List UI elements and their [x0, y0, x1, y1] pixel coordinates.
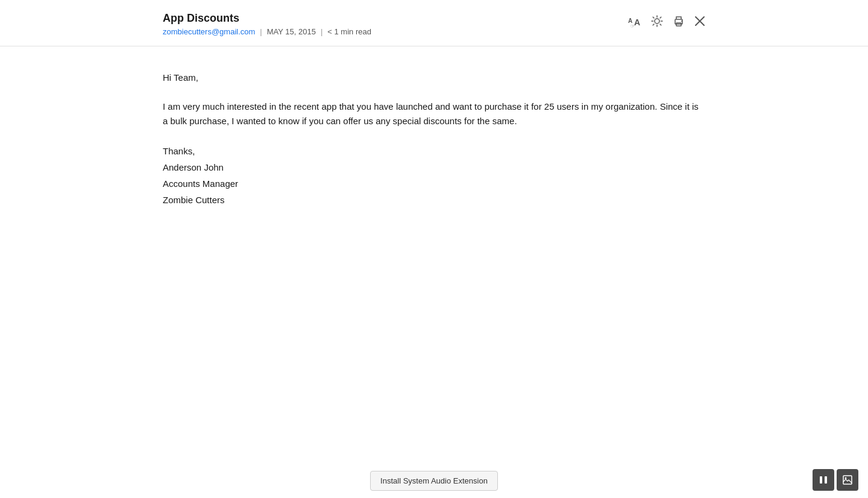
email-signature: Thanks, Anderson John Accounts Manager Z…	[163, 143, 705, 208]
print-icon[interactable]	[673, 15, 685, 27]
email-greeting: Hi Team,	[163, 71, 705, 85]
svg-text:A: A	[634, 17, 640, 27]
svg-point-20	[845, 478, 847, 479]
email-header-left: App Discounts zombiecutters@gmail.com | …	[163, 12, 371, 36]
email-container: App Discounts zombiecutters@gmail.com | …	[0, 0, 868, 498]
svg-line-10	[660, 17, 661, 18]
email-meta: zombiecutters@gmail.com | MAY 15, 2015 |…	[163, 27, 371, 36]
svg-text:☞: ☞	[631, 24, 635, 28]
svg-line-8	[653, 17, 654, 18]
email-header: App Discounts zombiecutters@gmail.com | …	[0, 0, 868, 46]
svg-point-3	[655, 19, 659, 24]
signature-title: Accounts Manager	[163, 175, 705, 192]
svg-rect-17	[820, 476, 822, 484]
svg-rect-19	[843, 476, 852, 484]
close-icon[interactable]	[694, 16, 705, 27]
install-audio-extension-button[interactable]: Install System Audio Extension	[370, 471, 498, 491]
meta-separator2: |	[321, 27, 322, 36]
email-body: Hi Team, I am very much interested in th…	[0, 46, 868, 232]
bottom-bar: Install System Audio Extension	[0, 464, 868, 498]
signature-thanks: Thanks,	[163, 143, 705, 159]
email-read-time: < 1 min read	[327, 27, 371, 36]
svg-point-14	[681, 20, 682, 22]
brightness-icon[interactable]	[651, 15, 663, 27]
svg-line-11	[653, 24, 654, 25]
pause-button[interactable]	[813, 469, 834, 491]
image-button[interactable]	[837, 469, 858, 491]
email-paragraph1: I am very much interested in the recent …	[163, 99, 705, 128]
bottom-right-controls	[813, 469, 858, 491]
text-size-icon[interactable]: A A ☞	[628, 14, 641, 28]
email-date: MAY 15, 2015	[267, 27, 316, 36]
svg-rect-18	[825, 476, 827, 484]
email-sender[interactable]: zombiecutters@gmail.com	[163, 27, 255, 36]
email-subject: App Discounts	[163, 12, 371, 25]
meta-separator: |	[260, 27, 262, 36]
svg-line-9	[660, 24, 661, 25]
signature-company: Zombie Cutters	[163, 192, 705, 208]
signature-name: Anderson John	[163, 159, 705, 175]
email-toolbar: A A ☞	[628, 12, 705, 28]
